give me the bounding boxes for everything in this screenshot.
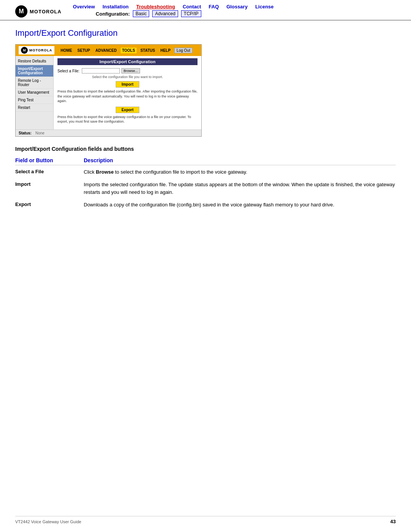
page-title: Import/Export Configuration xyxy=(15,28,396,38)
device-motorola-icon: M xyxy=(21,47,28,54)
nav-overview[interactable]: Overview xyxy=(73,4,95,10)
device-sidebar: Restore Defaults Import/ExportConfigurat… xyxy=(16,56,54,129)
device-status-bar: Status: None xyxy=(16,129,201,136)
section-subtitle: Import/Export Configuration fields and b… xyxy=(15,146,396,152)
config-basic[interactable]: Basic xyxy=(133,10,149,17)
device-import-button[interactable]: Import xyxy=(116,81,139,88)
config-tcpip[interactable]: TCP/IP xyxy=(181,10,201,17)
nav-row2: Configuration: Basic Advanced TCP/IP xyxy=(73,10,274,17)
page-content: Import/Export Configuration M MOTOROLA H… xyxy=(0,21,411,222)
field-row-import: Import Imports the selected configuratio… xyxy=(15,181,396,196)
device-status-label: Status: xyxy=(19,131,32,135)
config-label: Configuration: xyxy=(96,11,130,17)
page-footer: VT2442 Voice Gateway User Guide 43 xyxy=(15,516,396,524)
device-topbar: M MOTOROLA HOME SETUP ADVANCED TOOLS STA… xyxy=(16,45,201,56)
nav-faq[interactable]: FAQ xyxy=(209,4,219,10)
nav-installation[interactable]: Installation xyxy=(102,4,129,10)
device-file-hint: Select the configuration file you want t… xyxy=(57,75,198,79)
device-sidebar-remote-log[interactable]: Remote Log - Router xyxy=(16,77,53,89)
field-desc-import: Imports the selected configuration file.… xyxy=(84,181,396,196)
device-sidebar-user-mgmt[interactable]: User Management xyxy=(16,89,53,96)
nav-row1: Overview Installation Troubleshooting Co… xyxy=(73,4,274,10)
nav-glossary[interactable]: Glossary xyxy=(226,4,248,10)
device-main-title: Import/Export Configuration xyxy=(57,58,198,65)
device-browse-button[interactable]: Browse... xyxy=(121,68,140,73)
device-logo-area: M MOTOROLA xyxy=(19,46,54,54)
device-sidebar-ping[interactable]: Ping Test xyxy=(16,96,53,104)
nav-troubleshooting[interactable]: Troubleshooting xyxy=(136,4,175,10)
nav-links-area: Overview Installation Troubleshooting Co… xyxy=(73,4,274,17)
field-desc-export: Downloads a copy of the configuration fi… xyxy=(84,201,396,209)
device-logo-text: MOTOROLA xyxy=(29,48,52,52)
motorola-logo: M MOTOROLA xyxy=(15,5,62,18)
field-row-select-file: Select a File Click Browse to select the… xyxy=(15,168,396,176)
device-nav-help[interactable]: HELP xyxy=(159,48,172,53)
field-name-select-file: Select a File xyxy=(15,168,84,174)
device-main: Import/Export Configuration Select a Fil… xyxy=(54,56,201,129)
device-nav-setup[interactable]: SETUP xyxy=(76,48,91,53)
device-ui: M MOTOROLA HOME SETUP ADVANCED TOOLS STA… xyxy=(15,44,202,137)
device-logout-button[interactable]: Log Out xyxy=(174,48,193,53)
device-select-file-label: Select a File: xyxy=(57,69,80,73)
device-nav-tools[interactable]: TOOLS xyxy=(121,48,137,53)
device-body: Restore Defaults Import/ExportConfigurat… xyxy=(16,56,201,129)
device-nav-advanced[interactable]: ADVANCED xyxy=(94,48,118,53)
logo-text: MOTOROLA xyxy=(30,9,62,14)
device-export-button[interactable]: Export xyxy=(116,107,139,113)
col-header-desc: Description xyxy=(84,157,396,163)
footer-page-number: 43 xyxy=(390,519,396,524)
fields-header: Field or Button Description xyxy=(15,157,396,165)
config-advanced[interactable]: Advanced xyxy=(152,10,178,17)
top-nav: M MOTOROLA Overview Installation Trouble… xyxy=(0,0,411,21)
device-export-desc: Press this button to export the voice ga… xyxy=(57,115,198,124)
device-sidebar-restart[interactable]: Restart xyxy=(16,104,53,112)
device-sidebar-restore[interactable]: Restore Defaults xyxy=(16,58,53,65)
col-header-field: Field or Button xyxy=(15,157,84,163)
footer-guide-name: VT2442 Voice Gateway User Guide xyxy=(15,519,81,524)
device-nav-home[interactable]: HOME xyxy=(59,48,73,53)
nav-license[interactable]: License xyxy=(255,4,274,10)
device-file-input[interactable] xyxy=(82,68,120,73)
field-desc-select-file: Click Browse to select the configuration… xyxy=(84,168,396,176)
device-nav-status[interactable]: STATUS xyxy=(139,48,157,53)
device-select-file-row: Select a File: Browse... xyxy=(57,68,198,73)
device-status-value: None xyxy=(35,131,45,135)
motorola-icon: M xyxy=(15,5,27,18)
field-name-export: Export xyxy=(15,201,84,207)
logo-area: M MOTOROLA xyxy=(15,4,62,18)
field-row-export: Export Downloads a copy of the configura… xyxy=(15,201,396,209)
field-name-import: Import xyxy=(15,181,84,187)
device-sidebar-import-export[interactable]: Import/ExportConfiguration xyxy=(16,65,53,77)
nav-contact[interactable]: Contact xyxy=(183,4,201,10)
device-import-desc: Press this button to import the seleted … xyxy=(57,89,198,104)
